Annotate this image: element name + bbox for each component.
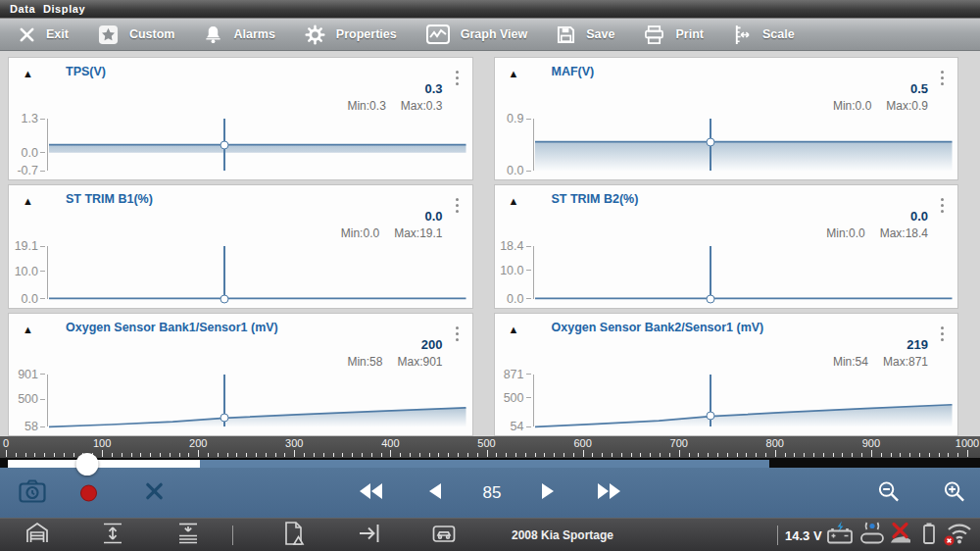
graph-panel-maf: ▲ MAF(V) 0.5 Min:0.0 Max:0.9 0.90.0	[494, 57, 959, 180]
statusbar-divider	[232, 526, 233, 545]
scale-button[interactable]: Scale	[718, 19, 809, 50]
zoom-in-icon[interactable]	[942, 478, 966, 507]
current-value: 0.3	[424, 81, 442, 96]
max-value: Max:18.4	[880, 226, 928, 240]
panel-menu-icon[interactable]	[941, 326, 944, 341]
print-button[interactable]: Print	[629, 19, 717, 50]
current-value: 200	[421, 337, 443, 352]
bell-icon	[204, 25, 222, 44]
panel-title: Oxygen Sensor Bank1/Sensor1 (mV)	[66, 321, 278, 334]
main-toolbar: Exit Custom Alarms Properties Graph View…	[0, 18, 980, 51]
ruler-icon	[733, 25, 752, 45]
min-value: Min:0.0	[833, 99, 871, 113]
panel-menu-icon[interactable]	[941, 198, 944, 213]
cursor-marker	[706, 137, 714, 146]
star-icon	[98, 25, 119, 45]
panel-title: ST TRIM B1(%)	[66, 192, 153, 206]
min-value: Min:54	[833, 355, 868, 369]
panel-menu-icon[interactable]	[941, 71, 944, 85]
properties-button[interactable]: Properties	[290, 19, 412, 50]
home-garage-icon[interactable]	[24, 521, 50, 550]
alarms-button[interactable]: Alarms	[189, 19, 289, 50]
panel-menu-icon[interactable]	[456, 71, 459, 85]
plot-region[interactable]: 1.30.0-0.7	[9, 119, 472, 171]
cursor-line[interactable]	[223, 246, 225, 298]
timeline-handle[interactable]	[76, 453, 99, 476]
y-axis: 87150054	[495, 375, 534, 426]
max-value: Max:901	[397, 355, 442, 369]
vehicle-folder-icon[interactable]	[431, 521, 457, 550]
vci-connection-icon	[858, 520, 886, 550]
data-log-icon[interactable]	[281, 521, 307, 550]
cursor-marker	[706, 294, 714, 303]
graph-view-button[interactable]: Graph View	[412, 19, 543, 50]
min-max-readout: Min:0.3 Max:0.3	[347, 99, 442, 113]
plot-region[interactable]: 87150054	[495, 375, 958, 426]
rewind-button[interactable]	[360, 483, 382, 503]
min-max-readout: Min:0.0 Max:0.9	[833, 99, 928, 113]
track-buffered-segment	[200, 460, 769, 468]
current-value: 0.0	[910, 209, 928, 224]
current-value: 219	[906, 337, 928, 352]
plot-region[interactable]: 19.110.00.0	[9, 246, 472, 298]
y-axis: 18.410.00.0	[495, 246, 534, 298]
current-value: 0.5	[910, 81, 928, 96]
max-value: Max:871	[883, 355, 928, 369]
step-forward-button[interactable]	[542, 483, 554, 503]
track-window-segment	[8, 460, 200, 468]
status-bar: 2008 Kia Sportage 14.3 V	[0, 518, 980, 551]
window-titlebar: Data Display	[0, 0, 980, 18]
collapse-triangle-icon[interactable]: ▲	[23, 324, 33, 335]
floppy-icon	[557, 25, 575, 44]
min-max-readout: Min:0.0 Max:18.4	[826, 226, 928, 240]
exit-arrow-icon[interactable]	[357, 521, 382, 550]
signal-trace	[49, 246, 466, 298]
timeline-track[interactable]	[0, 458, 980, 468]
collapse-triangle-icon[interactable]: ▲	[23, 68, 33, 79]
zoom-out-icon[interactable]	[876, 478, 901, 507]
graph-panel-o2-b1s1: ▲ Oxygen Sensor Bank1/Sensor1 (mV) 200 M…	[8, 313, 473, 436]
panel-title: TPS(V)	[66, 65, 106, 78]
min-max-readout: Min:0.0 Max:19.1	[341, 226, 443, 240]
panel-menu-icon[interactable]	[456, 198, 459, 213]
graph-panel-sttrim-b1: ▲ ST TRIM B1(%) 0.0 Min:0.0 Max:19.1 19.…	[8, 184, 473, 308]
save-button[interactable]: Save	[542, 19, 629, 50]
page-title: Data Display	[10, 3, 85, 15]
device-battery-icon	[919, 520, 939, 550]
exit-button[interactable]: Exit	[4, 19, 83, 50]
plot-region[interactable]: 90150058	[9, 375, 472, 426]
max-value: Max:0.9	[886, 99, 928, 113]
cursor-line[interactable]	[710, 246, 711, 298]
min-value: Min:0.0	[341, 226, 379, 240]
gear-icon	[305, 25, 325, 45]
graph-panel-sttrim-b2: ▲ ST TRIM B2(%) 0.0 Min:0.0 Max:18.4 18.…	[494, 184, 959, 308]
signal-trace	[49, 119, 466, 171]
collapse-triangle-icon[interactable]: ▲	[509, 324, 519, 335]
expand-rows-icon[interactable]	[100, 521, 125, 550]
timeline-ruler[interactable]: 01002003004005006007008009001000	[0, 436, 980, 458]
graph-panel-o2-b2s1: ▲ Oxygen Sensor Bank2/Sensor1 (mV) 219 M…	[494, 313, 959, 436]
collapse-rows-icon[interactable]	[175, 521, 201, 550]
plot-region[interactable]: 0.90.0	[495, 119, 958, 171]
collapse-triangle-icon[interactable]: ▲	[23, 195, 33, 207]
fast-forward-button[interactable]	[598, 483, 620, 503]
min-max-readout: Min:58 Max:901	[347, 355, 442, 369]
collapse-triangle-icon[interactable]: ▲	[509, 68, 519, 79]
battery-voltage: 14.3 V	[785, 527, 822, 542]
collapse-triangle-icon[interactable]: ▲	[509, 195, 519, 207]
custom-button[interactable]: Custom	[83, 19, 190, 50]
cursor-marker	[220, 414, 229, 423]
signal-trace	[535, 246, 953, 298]
max-value: Max:0.3	[401, 99, 443, 113]
stop-x-icon[interactable]	[144, 480, 165, 505]
min-value: Min:58	[347, 355, 382, 369]
step-back-button[interactable]	[429, 483, 441, 503]
close-icon	[19, 26, 35, 43]
plot-region[interactable]: 18.410.00.0	[495, 246, 958, 298]
snapshot-icon[interactable]	[18, 477, 47, 508]
current-value: 0.0	[424, 209, 442, 224]
cursor-marker	[706, 412, 714, 421]
record-button[interactable]	[80, 484, 97, 501]
y-axis: 90150058	[9, 375, 48, 426]
panel-menu-icon[interactable]	[456, 326, 459, 341]
